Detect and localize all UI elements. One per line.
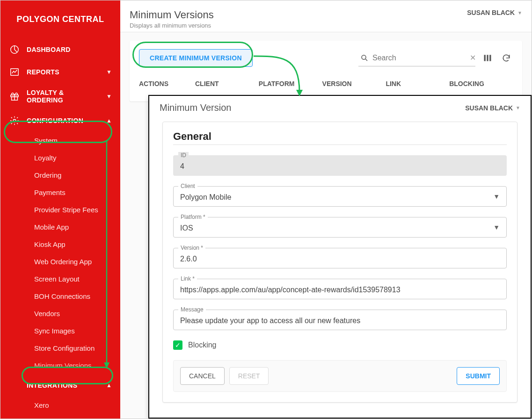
blocking-row[interactable]: ✓ Blocking xyxy=(173,340,507,350)
modal-title: Minimum Version xyxy=(160,102,231,113)
col-actions: ACTIONS xyxy=(139,80,195,87)
sidebar-item-system[interactable]: System xyxy=(3,132,120,149)
version-field[interactable]: Version * xyxy=(173,248,507,268)
svg-rect-8 xyxy=(489,55,491,61)
gear-icon xyxy=(9,115,20,126)
version-input[interactable] xyxy=(180,255,500,263)
sidebar-item-web-ordering-app[interactable]: Web Ordering App xyxy=(3,253,120,270)
sidebar-item-loyalty-ordering[interactable]: LOYALTY & ORDERING ▼ xyxy=(0,83,120,109)
sidebar-item-payments[interactable]: Payments xyxy=(3,184,120,201)
user-name: SUSAN BLACK xyxy=(467,9,515,16)
sidebar-item-label: REPORTS xyxy=(27,68,100,76)
create-minimum-version-button[interactable]: CREATE MINIMUM VERSION xyxy=(139,49,253,67)
message-field[interactable]: Message xyxy=(173,310,507,330)
general-heading: General xyxy=(173,130,507,145)
client-select[interactable]: Client Polygon Mobile ▼ xyxy=(173,186,507,207)
gift-icon xyxy=(9,91,20,102)
page-subtitle: Displays all minimum versions xyxy=(130,22,214,29)
user-name: SUSAN BLACK xyxy=(465,104,513,112)
svg-point-5 xyxy=(362,55,366,59)
cancel-button[interactable]: CANCEL xyxy=(180,367,225,385)
sidebar-item-label: CONFIGURATION xyxy=(27,117,100,124)
message-label: Message xyxy=(178,306,206,313)
caret-down-icon: ▼ xyxy=(106,93,112,100)
sidebar-item-label: LOYALTY & ORDERING xyxy=(27,89,100,104)
user-menu-modal[interactable]: SUSAN BLACK ▼ xyxy=(465,104,520,112)
search-icon xyxy=(360,54,369,62)
clear-search-icon[interactable]: ✕ xyxy=(470,53,476,62)
id-value: 4 xyxy=(180,162,500,171)
search-input[interactable] xyxy=(372,51,466,65)
sidebar-item-vendors[interactable]: Vendors xyxy=(3,305,120,322)
table-header-row: ACTIONS CLIENT PLATFORM VERSION LINK BLO… xyxy=(139,78,513,87)
reset-button[interactable]: RESET xyxy=(229,367,269,385)
integrations-submenu: Xero xyxy=(3,397,120,414)
sidebar-item-minimum-versions[interactable]: Minimum Versions xyxy=(3,357,120,374)
message-input[interactable] xyxy=(180,317,500,325)
svg-point-4 xyxy=(13,119,16,122)
id-label: ID xyxy=(178,152,189,159)
sidebar-item-label: INTEGRATIONS xyxy=(27,382,100,389)
col-blocking: BLOCKING xyxy=(449,80,513,87)
blank-icon xyxy=(9,380,20,391)
sidebar-item-configuration[interactable]: CONFIGURATION ▲ xyxy=(0,109,120,132)
blocking-checkbox[interactable]: ✓ xyxy=(173,340,182,350)
columns-toggle-button[interactable] xyxy=(481,51,494,65)
svg-rect-6 xyxy=(484,55,486,61)
sidebar-item-provider-stripe-fees[interactable]: Provider Stripe Fees xyxy=(3,201,120,218)
version-label: Version * xyxy=(178,245,205,251)
caret-up-icon: ▲ xyxy=(106,117,112,124)
col-client: CLIENT xyxy=(195,80,259,87)
sidebar-item-sync-images[interactable]: Sync Images xyxy=(3,322,120,340)
link-label: Link * xyxy=(178,275,197,282)
sidebar-item-screen-layout[interactable]: Screen Layout xyxy=(3,270,120,288)
sidebar-item-integrations[interactable]: INTEGRATIONS ▲ xyxy=(0,374,120,397)
minimum-version-modal: Minimum Version SUSAN BLACK ▼ General ID… xyxy=(148,95,532,419)
caret-down-icon: ▼ xyxy=(493,193,500,200)
sidebar-item-xero[interactable]: Xero xyxy=(3,397,120,414)
caret-down-icon: ▼ xyxy=(517,10,522,15)
client-label: Client xyxy=(178,183,197,189)
caret-down-icon: ▼ xyxy=(106,69,112,75)
col-platform: PLATFORM xyxy=(259,80,322,87)
blocking-label: Blocking xyxy=(188,341,216,349)
brand: POLYGON CENTRAL xyxy=(0,4,120,38)
sidebar-item-mobile-app[interactable]: Mobile App xyxy=(3,218,120,236)
list-card: CREATE MINIMUM VERSION ✕ ACTIONS xyxy=(130,41,522,101)
id-field: ID 4 xyxy=(173,155,507,176)
refresh-button[interactable] xyxy=(500,51,513,65)
sidebar-item-kiosk-app[interactable]: Kiosk App xyxy=(3,236,120,253)
user-menu[interactable]: SUSAN BLACK ▼ xyxy=(467,9,522,16)
svg-rect-7 xyxy=(487,55,488,61)
sidebar-item-loyalty[interactable]: Loyalty xyxy=(3,149,120,166)
col-link: LINK xyxy=(386,80,449,87)
sidebar-item-store-configuration[interactable]: Store Configuration xyxy=(3,340,120,357)
sidebar-item-label: DASHBOARD xyxy=(27,46,112,53)
modal-actions: CANCEL RESET SUBMIT xyxy=(173,360,507,392)
pie-chart-icon xyxy=(9,44,20,55)
link-input[interactable] xyxy=(180,286,500,294)
search-field[interactable]: ✕ xyxy=(358,50,475,66)
sidebar-item-boh-connections[interactable]: BOH Connections xyxy=(3,288,120,305)
configuration-submenu: System Loyalty Ordering Payments Provide… xyxy=(3,132,120,374)
caret-up-icon: ▲ xyxy=(106,382,112,389)
caret-down-icon: ▼ xyxy=(516,105,520,110)
page-header: Minimum Versions Displays all minimum ve… xyxy=(120,0,532,32)
link-field[interactable]: Link * xyxy=(173,279,507,299)
submit-button[interactable]: SUBMIT xyxy=(457,367,500,385)
line-chart-icon xyxy=(9,66,20,78)
platform-select[interactable]: Platform * IOS ▼ xyxy=(173,217,507,238)
col-version: VERSION xyxy=(322,80,386,87)
caret-down-icon: ▼ xyxy=(493,224,500,231)
platform-label: Platform * xyxy=(178,214,208,220)
sidebar: POLYGON CENTRAL DASHBOARD REPORTS ▼ LOYA… xyxy=(0,0,120,419)
general-section: General ID 4 Client Polygon Mobile ▼ Pla… xyxy=(162,122,517,403)
platform-value: IOS xyxy=(180,224,500,232)
sidebar-item-dashboard[interactable]: DASHBOARD xyxy=(0,38,120,61)
page-title: Minimum Versions xyxy=(130,9,214,21)
sidebar-item-ordering[interactable]: Ordering xyxy=(3,166,120,184)
main-area: Minimum Versions Displays all minimum ve… xyxy=(120,0,532,419)
client-value: Polygon Mobile xyxy=(180,193,500,202)
sidebar-item-reports[interactable]: REPORTS ▼ xyxy=(0,61,120,83)
